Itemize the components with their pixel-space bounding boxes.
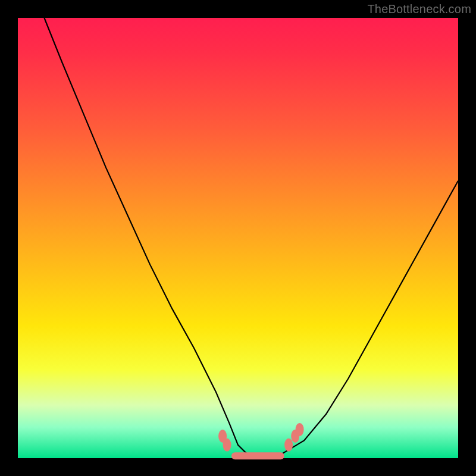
marker-dot (284, 439, 293, 452)
bottleneck-curve (44, 18, 458, 458)
marker-dot (296, 423, 304, 436)
watermark-text: TheBottleneck.com (367, 2, 471, 16)
plot-area (18, 18, 458, 458)
marker-strip (231, 452, 284, 459)
chart-frame: TheBottleneck.com (0, 0, 476, 476)
marker-dot (223, 439, 231, 452)
curve-layer (18, 18, 458, 458)
